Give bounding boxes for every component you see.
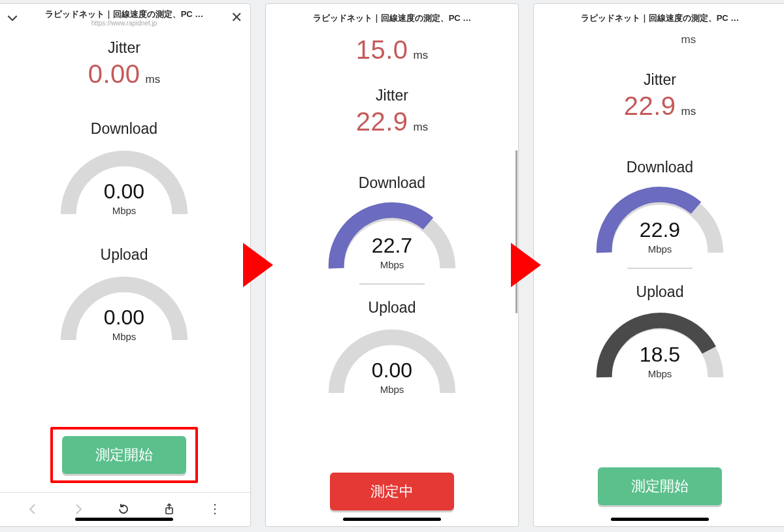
page-title: ラピッドネット｜回線速度の測定、PC … [313, 13, 472, 23]
jitter-unit: ms [414, 121, 429, 134]
download-unit: Mbps [53, 205, 195, 216]
chevron-down-icon[interactable] [6, 12, 19, 27]
upload-unit: Mbps [589, 368, 731, 379]
download-value: 22.7 [321, 234, 463, 258]
nav-back-icon[interactable] [26, 503, 39, 516]
phone-panel-initial: ラピッドネット｜回線速度の測定、PC … https://www.rapidne… [0, 3, 251, 527]
upload-label: Upload [101, 246, 148, 264]
jitter-label: Jitter [376, 87, 408, 104]
ping-unit: ms [414, 49, 429, 62]
download-gauge: 22.9 Mbps [589, 176, 731, 261]
jitter-value-row: 0.00 ms [88, 59, 161, 89]
jitter-value: 22.9 [356, 107, 408, 136]
download-label: Download [359, 174, 425, 192]
upload-label: Upload [636, 283, 684, 301]
browser-bottombar: ⋯ [0, 492, 250, 526]
download-gauge-block: Download 22.7 Mbps [321, 174, 463, 285]
arrow-right-icon [511, 243, 541, 287]
home-indicator[interactable] [75, 518, 173, 521]
home-indicator[interactable] [611, 518, 709, 521]
download-unit: Mbps [321, 259, 463, 270]
upload-gauge-block: Upload 0.00 Mbps [321, 299, 463, 401]
divider [359, 283, 425, 285]
page-url: https://www.rapidnet.jp [45, 20, 204, 27]
phone-panel-running: ラピッドネット｜回線速度の測定、PC … 15.0 ms Jitter 22.9… [265, 3, 519, 527]
upload-value: 0.00 [321, 358, 463, 383]
upload-label: Upload [368, 299, 416, 317]
comparison-stage: ラピッドネット｜回線速度の測定、PC … https://www.rapidne… [0, 0, 784, 532]
nav-forward-icon[interactable] [72, 503, 85, 516]
download-unit: Mbps [589, 243, 731, 255]
page-title: ラピッドネット｜回線速度の測定、PC … [45, 9, 204, 20]
jitter-label: Jitter [108, 39, 140, 57]
upload-unit: Mbps [53, 331, 195, 342]
download-label: Download [91, 120, 157, 138]
divider [627, 268, 693, 269]
download-gauge: 22.7 Mbps [321, 192, 463, 277]
upload-gauge: 18.5 Mbps [589, 301, 731, 386]
close-icon[interactable]: ✕ [231, 10, 242, 25]
arrow-right-icon [243, 243, 273, 287]
ping-unit: ms [681, 33, 696, 46]
start-button[interactable]: 測定開始 [62, 436, 186, 474]
jitter-value-row: 22.9 ms [624, 91, 696, 121]
browser-topbar: ラピッドネット｜回線速度の測定、PC … [534, 4, 784, 33]
jitter-unit: ms [146, 73, 161, 86]
upload-gauge-block: Upload 18.5 Mbps [589, 283, 731, 386]
upload-gauge: 0.00 Mbps [53, 264, 195, 349]
ping-value: 15.0 [356, 35, 408, 65]
upload-unit: Mbps [321, 384, 463, 395]
highlight-box: 測定開始 [50, 427, 198, 483]
jitter-unit: ms [681, 105, 696, 118]
download-gauge: 0.00 Mbps [53, 138, 195, 223]
download-label: Download [627, 159, 693, 176]
ping-value-row: 15.0 ms [356, 35, 429, 65]
download-gauge-block: Download 0.00 Mbps [53, 120, 195, 223]
jitter-value: 22.9 [624, 91, 676, 121]
jitter-value-row: 22.9 ms [356, 107, 429, 136]
download-gauge-block: Download 22.9 Mbps [589, 159, 731, 269]
download-value: 0.00 [53, 180, 195, 204]
upload-gauge: 0.00 Mbps [321, 317, 463, 401]
download-value: 22.9 [589, 218, 731, 242]
nav-share-icon[interactable] [163, 503, 176, 516]
measuring-button[interactable]: 測定中 [330, 473, 454, 510]
start-button[interactable]: 測定開始 [598, 467, 722, 505]
scrollbar[interactable] [515, 150, 517, 313]
home-indicator[interactable] [343, 518, 441, 521]
ping-partial-row: 00.0 ms [624, 33, 696, 49]
upload-gauge-block: Upload 0.00 Mbps [53, 246, 195, 349]
upload-value: 0.00 [53, 305, 195, 330]
nav-more-icon[interactable]: ⋯ [208, 503, 223, 516]
jitter-value: 0.00 [88, 59, 140, 89]
jitter-label: Jitter [644, 71, 676, 89]
page-title: ラピッドネット｜回線速度の測定、PC … [581, 13, 740, 23]
nav-reload-icon[interactable] [117, 503, 130, 516]
phone-panel-done: ラピッドネット｜回線速度の測定、PC … 00.0 ms Jitter 22.9… [533, 3, 784, 527]
browser-topbar: ラピッドネット｜回線速度の測定、PC … https://www.rapidne… [0, 4, 250, 33]
browser-topbar: ラピッドネット｜回線速度の測定、PC … [266, 4, 518, 33]
upload-value: 18.5 [589, 343, 731, 367]
